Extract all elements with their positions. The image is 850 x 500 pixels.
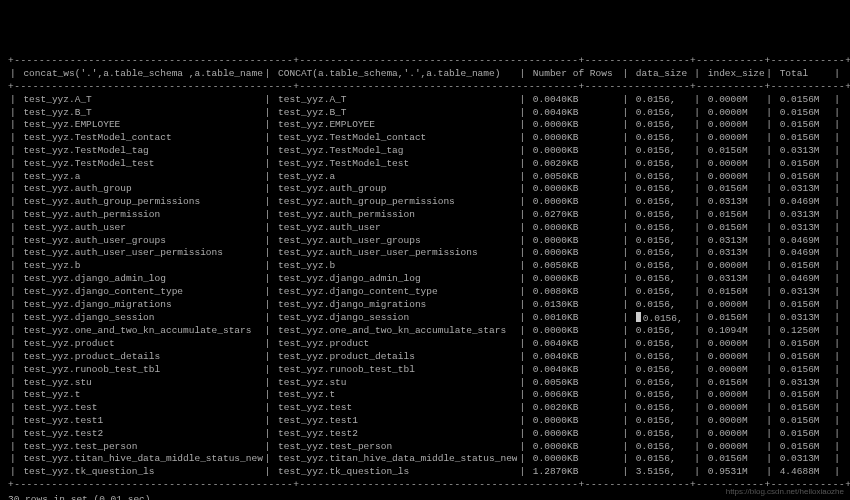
cell-name1: test_yyz.test2	[18, 428, 263, 441]
cell-name2: test_yyz.test	[272, 402, 517, 415]
separator-line: +---------------------------------------…	[8, 81, 842, 94]
cell-name1: test_yyz.django_content_type	[18, 286, 263, 299]
cell-total: 0.0313M	[774, 145, 832, 158]
cell-index-size: 0.0313M	[702, 235, 764, 248]
cell-index-size: 0.0000M	[702, 415, 764, 428]
table-row: | test_yyz.auth_user| test_yyz.auth_user…	[8, 222, 842, 235]
cell-index-size: 0.0000M	[702, 132, 764, 145]
cell-data-size: 0.0156,	[630, 299, 692, 312]
cell-name2: test_yyz.django_session	[272, 312, 517, 326]
cell-total: 0.0156M	[774, 132, 832, 145]
cell-index-size: 0.0156M	[702, 312, 764, 326]
cell-data-size: 0.0156,	[630, 235, 692, 248]
cell-data-size: 0.0156,	[630, 260, 692, 273]
cell-data-size: 0.0156,	[630, 247, 692, 260]
table-row: | test_yyz.test_person| test_yyz.test_pe…	[8, 441, 842, 454]
cell-total: 0.0469M	[774, 247, 832, 260]
cell-rows: 0.0000KB	[527, 441, 620, 454]
cell-name2: test_yyz.auth_group	[272, 183, 517, 196]
cell-name1: test_yyz.django_migrations	[18, 299, 263, 312]
cell-total: 0.0313M	[774, 286, 832, 299]
cell-name1: test_yyz.test1	[18, 415, 263, 428]
cell-index-size: 0.0000M	[702, 119, 764, 132]
cell-name1: test_yyz.product	[18, 338, 263, 351]
cell-index-size: 0.0000M	[702, 107, 764, 120]
sql-result-table: +---------------------------------------…	[8, 55, 842, 500]
cell-total: 0.0156M	[774, 364, 832, 377]
cell-index-size: 0.0000M	[702, 402, 764, 415]
table-row: | test_yyz.auth_group_permissions| test_…	[8, 196, 842, 209]
header-row: | concat_ws('.',a.table_schema ,a.table_…	[8, 68, 842, 81]
table-row: | test_yyz.auth_user_user_permissions| t…	[8, 247, 842, 260]
cell-name1: test_yyz.TestModel_test	[18, 158, 263, 171]
cell-data-size: 0.0156,	[630, 119, 692, 132]
table-row: | test_yyz.product| test_yyz.product| 0.…	[8, 338, 842, 351]
cell-total: 0.0469M	[774, 235, 832, 248]
cell-index-size: 0.0313M	[702, 196, 764, 209]
cell-name1: test_yyz.TestModel_tag	[18, 145, 263, 158]
cell-index-size: 0.0313M	[702, 247, 764, 260]
cell-name1: test_yyz.product_details	[18, 351, 263, 364]
cell-rows: 0.0000KB	[527, 428, 620, 441]
cell-index-size: 0.1094M	[702, 325, 764, 338]
cell-rows: 0.0000KB	[527, 453, 620, 466]
cell-name1: test_yyz.runoob_test_tbl	[18, 364, 263, 377]
cell-total: 0.0469M	[774, 273, 832, 286]
cell-total: 0.0156M	[774, 402, 832, 415]
cell-index-size: 0.0000M	[702, 428, 764, 441]
cell-total: 0.0156M	[774, 158, 832, 171]
cell-total: 0.0156M	[774, 171, 832, 184]
cell-index-size: 0.0000M	[702, 441, 764, 454]
cell-total: 0.0156M	[774, 428, 832, 441]
cell-rows: 0.0000KB	[527, 145, 620, 158]
cell-index-size: 0.0156M	[702, 222, 764, 235]
cell-data-size: 0.0156,	[630, 364, 692, 377]
cell-name2: test_yyz.titan_hive_data_middle_status_n…	[272, 453, 517, 466]
table-row: | test_yyz.django_content_type| test_yyz…	[8, 286, 842, 299]
cell-name2: test_yyz.test1	[272, 415, 517, 428]
cell-name2: test_yyz.auth_group_permissions	[272, 196, 517, 209]
cell-data-size: 0.0156,	[630, 158, 692, 171]
cell-data-size: 0.0156,	[630, 377, 692, 390]
cell-data-size: 0.0156,	[630, 312, 692, 326]
cell-name2: test_yyz.EMPLOYEE	[272, 119, 517, 132]
cell-name1: test_yyz.EMPLOYEE	[18, 119, 263, 132]
cell-name1: test_yyz.django_admin_log	[18, 273, 263, 286]
cell-rows: 0.0060KB	[527, 389, 620, 402]
cell-data-size: 0.0156,	[630, 209, 692, 222]
table-row: | test_yyz.B_T| test_yyz.B_T| 0.0040KB| …	[8, 107, 842, 120]
cell-index-size: 0.0156M	[702, 286, 764, 299]
cell-data-size: 0.0156,	[630, 171, 692, 184]
cell-rows: 0.0040KB	[527, 107, 620, 120]
cell-name2: test_yyz.t	[272, 389, 517, 402]
cell-data-size: 0.0156,	[630, 107, 692, 120]
cell-data-size: 0.0156,	[630, 389, 692, 402]
cell-name2: test_yyz.TestModel_tag	[272, 145, 517, 158]
cell-rows: 0.0000KB	[527, 222, 620, 235]
cell-data-size: 0.0156,	[630, 428, 692, 441]
cell-data-size: 0.0156,	[630, 415, 692, 428]
cell-index-size: 0.0000M	[702, 338, 764, 351]
cell-data-size: 0.0156,	[630, 273, 692, 286]
cell-rows: 0.0050KB	[527, 260, 620, 273]
cell-index-size: 0.0313M	[702, 273, 764, 286]
cell-name1: test_yyz.A_T	[18, 94, 263, 107]
table-row: | test_yyz.django_session| test_yyz.djan…	[8, 312, 842, 326]
cell-rows: 0.0040KB	[527, 94, 620, 107]
cell-index-size: 0.0000M	[702, 171, 764, 184]
cell-total: 0.0156M	[774, 441, 832, 454]
cell-rows: 0.0000KB	[527, 325, 620, 338]
cell-total: 0.0156M	[774, 94, 832, 107]
cell-total: 0.0156M	[774, 119, 832, 132]
cell-index-size: 0.0000M	[702, 299, 764, 312]
table-row: | test_yyz.t| test_yyz.t| 0.0060KB| 0.01…	[8, 389, 842, 402]
separator-line: +---------------------------------------…	[8, 479, 842, 492]
cell-index-size: 0.0156M	[702, 183, 764, 196]
cell-name2: test_yyz.auth_permission	[272, 209, 517, 222]
cell-rows: 0.0270KB	[527, 209, 620, 222]
cell-rows: 0.0000KB	[527, 273, 620, 286]
cell-name1: test_yyz.auth_group_permissions	[18, 196, 263, 209]
cell-rows: 0.0020KB	[527, 402, 620, 415]
result-summary: 30 rows in set (0.01 sec)	[8, 494, 842, 500]
cell-rows: 0.0040KB	[527, 351, 620, 364]
